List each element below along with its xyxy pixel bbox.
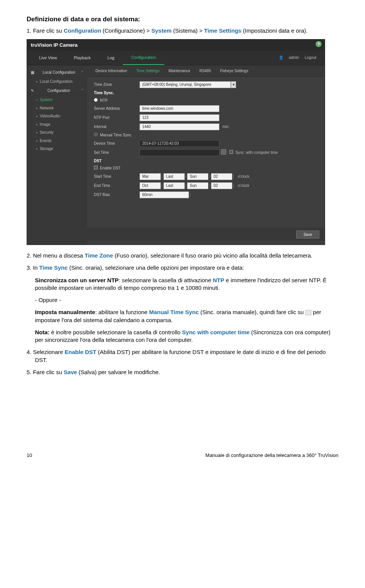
camera-ui-screenshot: truVision IP Camera ? Live View Playback… <box>27 39 325 245</box>
sidebar: Local Configuration˅ Local Configuration… <box>27 65 87 245</box>
ui-term-sync-computer: Sync with computer time <box>182 329 250 335</box>
sidebar-item-security[interactable]: Security <box>27 128 87 137</box>
logout-link[interactable]: Logout <box>305 55 316 60</box>
label-end-time: End Time <box>94 183 140 188</box>
text: Enable DST <box>100 166 121 170</box>
set-time-input[interactable] <box>140 149 219 156</box>
help-icon[interactable]: ? <box>316 41 322 47</box>
text: (Impostazioni data e ora). <box>241 27 308 34</box>
text: 3. In <box>27 264 39 271</box>
tab-fisheye[interactable]: Fisheye Settings <box>216 65 253 77</box>
chevron-down-icon: ˅ <box>81 88 83 93</box>
calendar-icon-placeholder <box>305 310 311 315</box>
tab-device-info[interactable]: Device Information <box>91 65 132 77</box>
ui-term-system: System <box>151 27 171 34</box>
label-time-zone: Time Zone <box>94 82 140 87</box>
text: (Sinc. oraria), selezionare una delle op… <box>68 264 244 271</box>
ui-term-time-sync: Time Sync <box>39 264 68 271</box>
step-3-manual: Imposta manualmente: abilitare la funzio… <box>27 308 338 324</box>
nav-configuration[interactable]: Configuration <box>123 51 164 65</box>
user-icon: 👤 <box>279 55 283 60</box>
text: Manual Time Sync. <box>100 133 132 137</box>
config-tabs: Device Information Time Settings Mainten… <box>87 65 325 77</box>
device-time-value: 2014-07-11T20:42:03 <box>140 140 219 147</box>
label-sync-computer: Sync. with computer time <box>235 150 278 155</box>
end-day[interactable]: Sun <box>187 182 208 189</box>
save-button[interactable]: Save <box>296 231 319 239</box>
text: (Sistema) > <box>171 27 204 34</box>
bold-label: Nota: <box>35 329 49 335</box>
top-nav: Live View Playback Log Configuration 👤 a… <box>27 51 325 65</box>
enable-dst-label: Enable DST <box>94 166 140 171</box>
nav-log[interactable]: Log <box>99 51 123 65</box>
ntp-port-input[interactable]: 123 <box>140 114 219 121</box>
step-3: 3. In Time Sync (Sinc. oraria), selezion… <box>27 264 338 272</box>
sidebar-local-sub[interactable]: Local Configuration <box>27 77 87 86</box>
dropdown-arrow-icon[interactable]: ▾ <box>231 81 236 88</box>
step-1: 1. Fare clic su Configuration (Configura… <box>27 27 338 35</box>
calendar-icon[interactable] <box>221 149 226 155</box>
end-hour[interactable]: 02 <box>211 182 232 189</box>
label-interval: Interval <box>94 124 140 130</box>
radio-ntp-label: NTP <box>94 98 140 103</box>
tab-time-settings[interactable]: Time Settings <box>132 65 164 77</box>
label: Local Configuration <box>43 70 75 75</box>
end-week[interactable]: Last <box>163 182 185 189</box>
interval-input[interactable]: 1440 <box>140 123 219 130</box>
tab-maintenance[interactable]: Maintenance <box>164 65 195 77</box>
start-week[interactable]: Last <box>163 173 185 180</box>
ui-term-ntp: NTP <box>213 277 224 283</box>
enable-dst-checkbox[interactable] <box>94 166 98 169</box>
dst-bias-select[interactable]: 60min <box>140 191 189 198</box>
label-dst-bias: DST Bias <box>94 192 140 198</box>
text: (Salva) per salvare le modifiche. <box>77 369 160 375</box>
step-2: 2. Nel menu a discesa Time Zone (Fuso or… <box>27 252 338 259</box>
sidebar-item-events[interactable]: Events <box>27 137 87 145</box>
section-heading: Definizione di data e ora del sistema: <box>27 15 338 24</box>
ui-term-time-settings: Time Settings <box>204 27 241 34</box>
ui-term-enable-dst: Enable DST <box>65 349 96 355</box>
text: è inoltre possibile selezionare la casel… <box>49 329 182 335</box>
brand-bar: truVision IP Camera ? <box>27 40 325 51</box>
brand-label: truVision IP Camera <box>31 42 78 48</box>
sidebar-item-network[interactable]: Network <box>27 104 87 112</box>
text: (Sinc. oraria manuale), quindi fare clic… <box>199 309 305 315</box>
nav-playback[interactable]: Playback <box>65 51 99 65</box>
text: : selezionare la casella di attivazione <box>119 277 213 283</box>
sidebar-item-system[interactable]: System <box>27 96 87 104</box>
page-number: 10 <box>27 452 32 459</box>
time-settings-form: Time Zone (GMT+08:00) Beijing, Urumqi, S… <box>87 77 325 228</box>
tab-rs485[interactable]: RS485 <box>195 65 216 77</box>
step-3-or: - Oppure - <box>27 296 338 304</box>
start-month[interactable]: Mar <box>140 173 161 180</box>
section-dst: DST <box>94 158 140 164</box>
sidebar-item-storage[interactable]: Storage <box>27 145 87 153</box>
sync-computer-checkbox[interactable] <box>229 150 233 154</box>
end-month[interactable]: Oct <box>140 182 161 189</box>
radio-manual[interactable] <box>94 133 98 136</box>
ui-term-manual-sync: Manual Time Sync <box>149 309 199 315</box>
time-zone-select[interactable]: (GMT+08:00) Beijing, Urumqi, Singapore <box>140 81 231 88</box>
sidebar-item-image[interactable]: Image <box>27 120 87 129</box>
unit-min: min. <box>222 124 230 130</box>
sidebar-item-video[interactable]: Video/Audio <box>27 112 87 120</box>
text: NTP <box>100 98 108 103</box>
ui-term-time-zone: Time Zone <box>85 252 113 259</box>
text: : abilitare la funzione <box>95 309 149 315</box>
radio-ntp[interactable] <box>94 98 98 102</box>
label-server-address: Server Address <box>94 106 140 111</box>
sidebar-local-configuration[interactable]: Local Configuration˅ <box>27 68 87 78</box>
sidebar-configuration[interactable]: Configuration˅ <box>27 86 87 96</box>
step-5: 5. Fare clic su Save (Salva) per salvare… <box>27 368 338 376</box>
label: Configuration <box>48 88 70 93</box>
user-info: 👤 admin Logout <box>274 55 321 60</box>
text: 1. Fare clic su <box>27 27 64 34</box>
start-hour[interactable]: 02 <box>211 173 232 180</box>
server-address-input[interactable]: time.windows.com <box>140 105 219 112</box>
bold-label: Imposta manualmente <box>35 309 95 315</box>
step-3-ntp: Sincronizza con un server NTP: seleziona… <box>27 277 338 292</box>
step-3-note: Nota: è inoltre possibile selezionare la… <box>27 329 338 344</box>
ui-term-configuration: Configuration <box>64 27 101 34</box>
nav-live-view[interactable]: Live View <box>31 51 65 65</box>
start-day[interactable]: Sun <box>187 173 208 180</box>
